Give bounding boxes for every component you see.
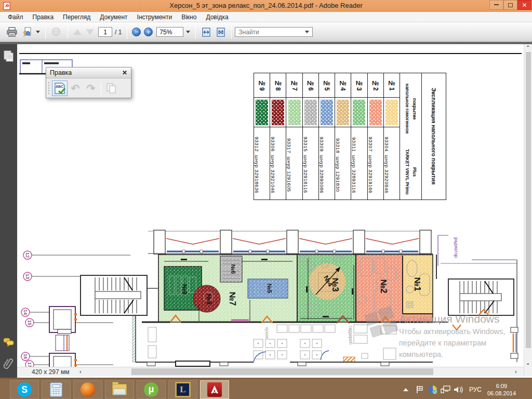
swatch-1 <box>385 100 398 125</box>
taskbar-skype[interactable]: S <box>10 380 39 399</box>
zoom-level-select[interactable]: 75% <box>156 27 183 37</box>
undo-button[interactable]: ↶ <box>68 81 83 96</box>
svg-text:№1: №1 <box>413 277 422 291</box>
menu-window[interactable]: Вікно <box>177 12 201 22</box>
zoom-dropdown-arrow[interactable] <box>186 31 190 33</box>
window-pillars <box>154 230 431 254</box>
chevron-up-icon <box>403 388 408 391</box>
vscroll-up-arrow[interactable]: ⌃ <box>526 45 530 50</box>
clock-date: 06.08.2014 <box>487 390 516 397</box>
printer-icon <box>6 27 18 37</box>
page-total-label: / 1 <box>115 29 122 36</box>
globe-document-icon <box>51 27 62 37</box>
close-button[interactable]: ✕ <box>517 0 531 10</box>
find-input[interactable]: Знайти <box>235 27 313 37</box>
menu-view[interactable]: Перегляд <box>58 12 95 22</box>
share-button-disabled[interactable] <box>49 25 64 39</box>
edit-toolbar-panel[interactable]: Правка ✕ ABC ↶ ↷ <box>46 67 131 98</box>
page-number-input[interactable]: 1 <box>98 27 112 37</box>
legend-column-9: №9 93312 шнур 32918636 <box>254 73 270 200</box>
send-file-icon <box>22 27 33 37</box>
legend-column-6: №6 93315 шнур 32918116 <box>303 73 319 200</box>
league-of-legends-icon: L <box>175 382 191 397</box>
menu-tools[interactable]: Інструменти <box>132 12 177 22</box>
menu-file[interactable]: Файл <box>3 12 28 22</box>
taskbar-league-of-legends[interactable]: L <box>168 380 197 399</box>
svg-text:14: 14 <box>23 310 28 315</box>
copy-button[interactable] <box>103 81 119 96</box>
taskbar-adobe-reader[interactable] <box>200 380 229 399</box>
redo-button[interactable]: ↷ <box>83 81 99 96</box>
zoom-out-button[interactable]: − <box>132 28 141 36</box>
svg-text:13: 13 <box>25 274 30 279</box>
radiator-callout: радиатор <box>438 235 459 266</box>
svg-text:кухня: кухня <box>264 327 270 339</box>
window-titlebar[interactable]: Херсон_5 эт_зона релакс_пол_24.06.2014.p… <box>0 0 532 12</box>
svg-text:ABC: ABC <box>56 85 63 88</box>
find-dropdown-arrow[interactable] <box>305 31 309 33</box>
legend-column-7: №7 93317 шнур 1291605 <box>286 73 302 200</box>
panel-grip[interactable] <box>48 82 50 95</box>
zoom-level-value: 75% <box>159 29 172 36</box>
legend-product-name: напольное гомогенное покрытиеTARKET VINY… <box>400 73 422 200</box>
edit-panel-titlebar[interactable]: Правка ✕ <box>46 68 131 78</box>
fit-width-button[interactable] <box>199 25 214 39</box>
taskbar-calculator[interactable] <box>42 380 71 399</box>
edit-panel-title: Правка <box>50 69 122 76</box>
svg-text:№2: №2 <box>379 280 388 294</box>
fit-page-button[interactable] <box>214 25 228 39</box>
hscroll-left-arrow[interactable]: ‹ <box>79 368 82 375</box>
corridor-furniture <box>148 325 396 360</box>
tray-show-hidden[interactable] <box>403 379 408 399</box>
tray-clock[interactable]: 6:09 06.08.2014 <box>487 379 516 399</box>
fit-width-icon <box>201 27 211 37</box>
tray-action-center[interactable] <box>416 379 424 399</box>
minimize-button[interactable] <box>489 0 503 10</box>
comments-panel-icon[interactable] <box>3 338 14 347</box>
taskbar-firefox[interactable] <box>73 380 102 399</box>
speaker-icon <box>453 385 463 394</box>
hscroll-right-arrow[interactable]: › <box>515 368 517 375</box>
swatch-4 <box>337 100 349 125</box>
menu-help[interactable]: Довідка <box>201 12 233 22</box>
adobe-reader-icon <box>207 382 222 397</box>
hscroll-thumb[interactable] <box>131 368 433 375</box>
legend-column-5: №5 93309 шнур 32890086 <box>319 73 335 200</box>
edit-panel-close-icon[interactable]: ✕ <box>122 69 127 76</box>
redo-icon: ↷ <box>87 82 96 95</box>
status-bar: 420 x 297 мм ‹ › <box>17 367 524 376</box>
svg-text:17: 17 <box>27 362 32 367</box>
window-title: Херсон_5 эт_зона релакс_пол_24.06.2014.p… <box>0 2 532 9</box>
taskbar-file-explorer[interactable] <box>105 380 134 399</box>
tray-language[interactable]: РУС <box>469 379 482 399</box>
svg-text:15: 15 <box>27 320 32 325</box>
next-page-button[interactable] <box>84 25 96 39</box>
axis-bubbles: 12 13 14 15 16 17 <box>21 251 34 367</box>
pages-panel-icon[interactable] <box>3 50 14 63</box>
svg-text:радиатор: радиатор <box>454 237 459 258</box>
menu-edit[interactable]: Правка <box>28 12 59 22</box>
tray-network[interactable] <box>441 379 451 399</box>
tray-antivirus[interactable] <box>428 379 437 399</box>
print-button[interactable] <box>4 25 20 39</box>
menu-document[interactable]: Документ <box>95 12 132 22</box>
maximize-button[interactable] <box>503 0 517 10</box>
send-dropdown-arrow[interactable] <box>36 31 40 33</box>
vscroll-thumb[interactable] <box>526 52 531 348</box>
svg-text:№9: №9 <box>181 284 188 295</box>
navigation-sidebar <box>0 44 17 378</box>
room-labels: кухня гардероб <box>264 326 353 344</box>
swatch-3 <box>353 100 365 125</box>
vscroll-down-arrow[interactable]: ⌄ <box>526 360 530 366</box>
spell-check-button[interactable]: ABC <box>52 81 68 96</box>
svg-text:№7: №7 <box>228 292 237 306</box>
tray-volume[interactable] <box>453 379 463 399</box>
vertical-scrollbar: ⌃ ⌄ <box>524 44 532 376</box>
svg-text:гардероб: гардероб <box>348 326 353 344</box>
previous-page-button[interactable] <box>71 25 84 39</box>
taskbar-utorrent[interactable]: µ <box>137 380 166 399</box>
send-file-button[interactable] <box>20 25 42 39</box>
svg-text:№8: №8 <box>205 294 212 304</box>
attachments-panel-icon[interactable] <box>3 357 14 369</box>
zoom-in-button[interactable]: + <box>144 28 153 36</box>
